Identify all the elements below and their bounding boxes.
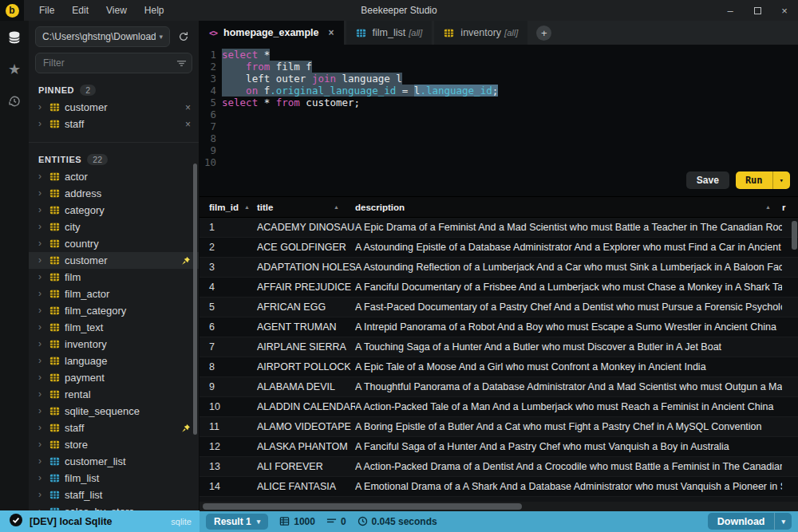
chevron-right-icon[interactable]: › [38, 219, 45, 235]
chevron-right-icon[interactable]: › [38, 252, 45, 269]
chevron-right-icon[interactable]: › [38, 470, 45, 487]
table-row[interactable]: 13 ALI FOREVER A Action-Packed Drama of … [200, 457, 798, 477]
chevron-right-icon[interactable]: › [38, 487, 45, 503]
sort-asc-icon[interactable]: ▲ [334, 204, 339, 210]
chevron-right-icon[interactable]: › [38, 202, 45, 219]
sql-editor[interactable]: 12345678910 select * from film f left ou… [200, 45, 798, 196]
table-row[interactable]: 6 AGENT TRUMAN A Intrepid Panorama of a … [200, 317, 798, 337]
history-icon[interactable] [4, 91, 25, 112]
entity-item[interactable]: › category [29, 202, 199, 219]
chevron-right-icon[interactable]: › [38, 302, 45, 319]
cell-film-id[interactable]: 1 [200, 222, 257, 233]
results-vertical-scrollbar[interactable] [792, 221, 797, 250]
entity-item[interactable]: › staff [29, 420, 199, 436]
result-selector[interactable]: Result 1 ▾ [206, 514, 268, 530]
cell-title[interactable]: ADAPTATION HOLES [257, 262, 355, 273]
results-horizontal-scrollbar[interactable] [203, 503, 522, 510]
cell-description[interactable]: A Astounding Reflection of a Lumberjack … [355, 262, 782, 273]
run-button[interactable]: Run ▾ [736, 171, 790, 189]
cell-description[interactable]: A Thoughtful Panorama of a Database Admi… [355, 381, 782, 392]
cell-film-id[interactable]: 13 [200, 461, 257, 472]
cell-title[interactable]: ALADDIN CALENDAR [257, 401, 355, 412]
chevron-right-icon[interactable]: › [38, 336, 45, 353]
entity-item[interactable]: › film [29, 269, 199, 286]
chevron-right-icon[interactable]: › [38, 319, 45, 336]
table-row[interactable]: 1 ACADEMY DINOSAUR A Epic Drama of a Fem… [200, 218, 798, 238]
tables-panel-icon[interactable] [4, 27, 25, 48]
chevron-right-icon[interactable]: › [38, 436, 45, 453]
table-row[interactable]: 11 ALAMO VIDEOTAPE A Boring Epistle of a… [200, 417, 798, 437]
entity-item[interactable]: › film_text [29, 319, 199, 336]
sort-asc-icon[interactable]: ▲ [765, 204, 771, 210]
pinned-item[interactable]: › customer × [29, 99, 199, 116]
menu-help[interactable]: Help [136, 0, 173, 21]
chevron-right-icon[interactable]: › [38, 235, 45, 252]
entities-section-header[interactable]: ENTITIES 22 [38, 154, 191, 165]
minimize-icon[interactable]: – [717, 0, 744, 21]
entity-item[interactable]: › film_list [29, 470, 199, 487]
new-tab-icon[interactable]: + [536, 26, 551, 41]
cell-title[interactable]: ALICE FANTASIA [257, 481, 355, 492]
chevron-right-icon[interactable]: › [38, 386, 45, 403]
close-window-icon[interactable]: × [771, 0, 798, 21]
cell-description[interactable]: A Astounding Epistle of a Database Admin… [355, 242, 782, 253]
chevron-right-icon[interactable]: › [38, 369, 45, 386]
entity-item[interactable]: › country [29, 235, 199, 252]
cell-film-id[interactable]: 2 [200, 242, 257, 253]
close-tab-icon[interactable]: × [329, 27, 334, 38]
table-row[interactable]: 8 AIRPORT POLLOCK A Epic Tale of a Moose… [200, 357, 798, 377]
cell-description[interactable]: A Action-Packed Tale of a Man And a Lumb… [355, 401, 782, 412]
tab-inventory[interactable]: inventory [all] [434, 21, 527, 45]
chevron-right-icon[interactable]: › [38, 185, 45, 202]
menu-edit[interactable]: Edit [63, 0, 97, 21]
entity-item[interactable]: › sales_by_store [29, 503, 199, 510]
download-options-icon[interactable]: ▾ [774, 513, 792, 530]
cell-title[interactable]: ALABAMA DEVIL [257, 381, 355, 392]
cell-description[interactable]: A Intrepid Panorama of a Robot And a Boy… [355, 321, 782, 333]
chevron-right-icon[interactable]: › [38, 420, 45, 436]
cell-film-id[interactable]: 10 [200, 401, 257, 412]
sort-asc-icon[interactable]: ▲ [244, 204, 250, 210]
cell-description[interactable]: A Fast-Paced Documentary of a Pastry Che… [355, 301, 782, 313]
run-options-icon[interactable]: ▾ [772, 171, 790, 189]
entity-item[interactable]: › address [29, 185, 199, 202]
menu-file[interactable]: File [30, 0, 63, 21]
maximize-icon[interactable] [744, 0, 771, 21]
cell-title[interactable]: ACE GOLDFINGER [257, 242, 355, 253]
entity-item[interactable]: › city [29, 219, 199, 235]
table-row[interactable]: 2 ACE GOLDFINGER A Astounding Epistle of… [200, 238, 798, 258]
table-row[interactable]: 12 ALASKA PHANTOM A Fanciful Saga of a H… [200, 437, 798, 457]
column-header-title[interactable]: title ▲ [257, 197, 355, 218]
connection-status[interactable]: [DEV] local Sqlite sqlite [0, 510, 200, 532]
entity-item[interactable]: › store [29, 436, 199, 453]
entity-item[interactable]: › film_actor [29, 286, 199, 302]
refresh-icon[interactable] [175, 28, 192, 45]
table-row[interactable]: 4 AFFAIR PREJUDICE A Fanciful Documentar… [200, 278, 798, 298]
cell-title[interactable]: ALASKA PHANTOM [257, 441, 355, 452]
pinned-section-header[interactable]: PINNED 2 [38, 85, 191, 96]
chevron-right-icon[interactable]: › [38, 116, 45, 132]
cell-title[interactable]: ALAMO VIDEOTAPE [257, 421, 355, 432]
tab-homepage-example[interactable]: <> homepage_example × [200, 21, 344, 45]
cell-film-id[interactable]: 6 [200, 321, 257, 333]
cell-title[interactable]: AIRPLANE SIERRA [257, 341, 355, 353]
column-header-film-id[interactable]: film_id ▲ [200, 197, 257, 218]
save-button[interactable]: Save [686, 171, 729, 189]
tab-film-list[interactable]: film_list [all] [346, 21, 433, 45]
chevron-right-icon[interactable]: › [38, 286, 45, 302]
entity-item[interactable]: › customer_list [29, 453, 199, 470]
download-button[interactable]: Download ▾ [708, 513, 792, 530]
menu-view[interactable]: View [97, 0, 136, 21]
entity-item[interactable]: › film_category [29, 302, 199, 319]
chevron-right-icon[interactable]: › [38, 503, 45, 510]
pin-icon[interactable] [181, 424, 191, 433]
entity-item[interactable]: › inventory [29, 336, 199, 353]
cell-title[interactable]: ALI FOREVER [257, 461, 355, 472]
entity-item[interactable]: › rental [29, 386, 199, 403]
unpin-icon[interactable]: × [185, 102, 191, 113]
cell-film-id[interactable]: 12 [200, 441, 257, 452]
cell-film-id[interactable]: 7 [200, 341, 257, 353]
chevron-right-icon[interactable]: › [38, 403, 45, 420]
cell-film-id[interactable]: 11 [200, 421, 257, 432]
cell-title[interactable]: AGENT TRUMAN [257, 321, 355, 333]
